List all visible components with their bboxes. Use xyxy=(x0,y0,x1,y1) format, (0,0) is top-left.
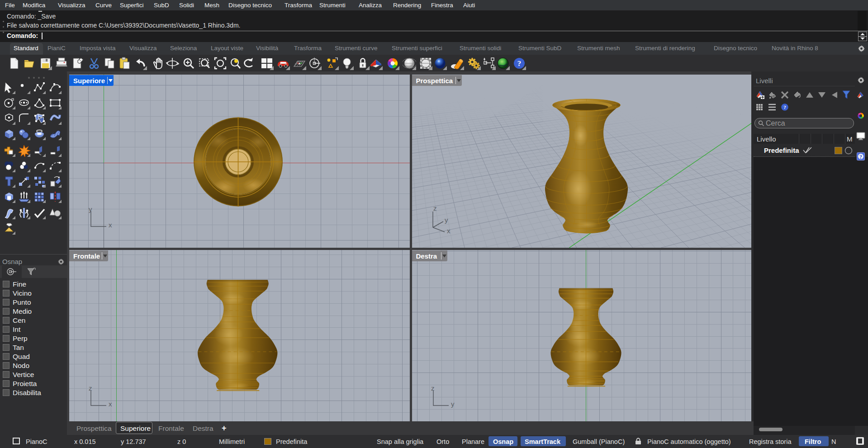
svg-text:?: ? xyxy=(783,104,786,110)
svg-text:?: ? xyxy=(859,154,862,160)
svg-text:?: ? xyxy=(517,59,522,68)
